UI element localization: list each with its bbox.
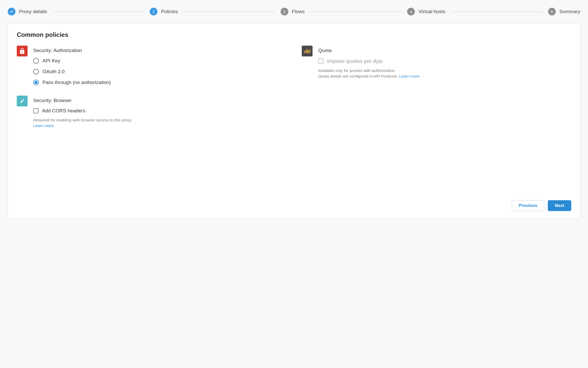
radio-api-key[interactable]: API Key (33, 58, 286, 64)
browser-learn-more-link[interactable]: Learn more (33, 123, 54, 128)
step-divider (53, 11, 144, 12)
quota-bars-icon (302, 46, 313, 56)
browser-helper-text: Required for enabling web browser access… (33, 117, 286, 129)
helper-line: Quota details are configured in API Prod… (318, 74, 399, 78)
section-title: Security: Browser (33, 96, 286, 103)
section-security-browser: Security: Browser Add CORS headers Requi… (17, 96, 286, 129)
sections-grid: Security: Authorization API Key OAuth 2.… (17, 46, 571, 193)
lock-icon (17, 46, 28, 56)
step-policies[interactable]: 2 Policies (150, 8, 178, 15)
step-label: Policies (161, 9, 178, 14)
radio-label: API Key (43, 58, 60, 64)
quota-learn-more-link[interactable]: Learn more (399, 74, 419, 78)
step-proxy-details[interactable]: Proxy details (8, 8, 47, 15)
section-title: Quota (318, 46, 571, 53)
step-label: Proxy details (19, 9, 47, 14)
step-label: Summary (559, 9, 580, 14)
step-label: Virtual hosts (418, 9, 445, 14)
step-number: 4 (407, 8, 415, 15)
section-title: Security: Authorization (33, 46, 286, 53)
previous-button[interactable]: Previous (512, 200, 544, 211)
step-number: 5 (548, 8, 556, 15)
radio-icon (33, 80, 39, 85)
footer-buttons: Previous Next (17, 200, 571, 211)
step-divider (310, 11, 401, 12)
radio-icon (33, 58, 39, 64)
section-security-authorization: Security: Authorization API Key OAuth 2.… (17, 46, 286, 85)
step-label: Flows (292, 9, 305, 14)
step-divider (183, 11, 275, 12)
helper-line: Available only for proxies with authoriz… (318, 68, 396, 73)
step-summary[interactable]: 5 Summary (548, 8, 580, 15)
checkbox-icon (318, 58, 323, 64)
checkbox-label: Impose quotas per App (327, 58, 383, 64)
helper-line: Required for enabling web browser access… (33, 118, 132, 122)
checkbox-impose-quotas: Impose quotas per App (318, 58, 571, 64)
radio-pass-through[interactable]: Pass through (no authorization) (33, 80, 286, 85)
checkbox-icon (33, 108, 38, 113)
svg-rect-1 (306, 50, 306, 53)
checkbox-label: Add CORS headers (42, 108, 85, 114)
step-virtual-hosts[interactable]: 4 Virtual hosts (407, 8, 445, 15)
quota-helper-text: Available only for proxies with authoriz… (318, 68, 571, 79)
svg-rect-4 (309, 49, 310, 53)
section-quota: Quota Impose quotas per App Available on… (302, 46, 571, 85)
checkbox-add-cors-headers[interactable]: Add CORS headers (33, 108, 286, 114)
step-number: 2 (150, 8, 157, 15)
radio-label: OAuth 2.0 (43, 69, 65, 74)
wizard-stepper: Proxy details 2 Policies 3 Flows 4 Virtu… (8, 5, 580, 23)
svg-rect-0 (304, 51, 305, 53)
step-number: 3 (281, 8, 288, 15)
radio-label: Pass through (no authorization) (43, 80, 111, 85)
svg-rect-3 (308, 51, 309, 53)
check-icon (8, 8, 15, 15)
authorization-radio-group: API Key OAuth 2.0 Pass through (no autho… (33, 58, 286, 85)
step-flows[interactable]: 3 Flows (281, 8, 305, 15)
step-divider (451, 11, 542, 12)
policies-card: Common policies Security: Authorization … (8, 23, 580, 219)
radio-oauth[interactable]: OAuth 2.0 (33, 69, 286, 74)
pencil-icon (17, 96, 28, 106)
svg-rect-2 (307, 49, 308, 53)
next-button[interactable]: Next (548, 200, 571, 211)
page-title: Common policies (17, 31, 571, 38)
radio-icon (33, 69, 39, 74)
